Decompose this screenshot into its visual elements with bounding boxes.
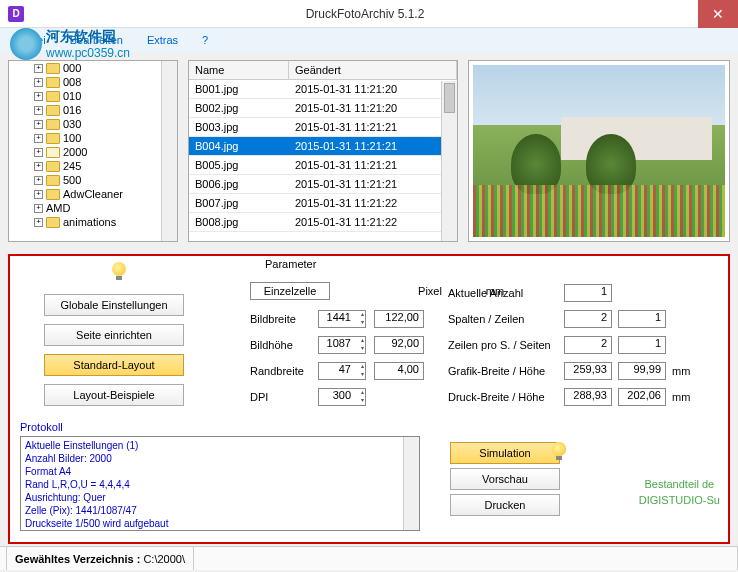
expand-icon[interactable]: + [34, 64, 43, 73]
bulb-icon [550, 442, 568, 464]
menu-extras[interactable]: Extras [135, 30, 190, 50]
tree-item[interactable]: +016 [9, 103, 177, 117]
table-row[interactable]: B006.jpg2015-01-31 11:21:21 [189, 175, 457, 194]
parameter-frame: Parameter Globale Einstellungen Seite ei… [8, 254, 730, 544]
tree-label: 030 [63, 118, 81, 130]
protokoll-line: Rand L,R,O,U = 4,4,4,4 [25, 478, 415, 491]
tree-label: AdwCleaner [63, 188, 123, 200]
menu-bearbeiten[interactable]: Bearbeiten [58, 30, 135, 50]
label-zeilen-pro-s: Zeilen pro S. / Seiten [448, 339, 558, 351]
folder-icon [46, 189, 60, 200]
seiten-field[interactable]: 1 [618, 336, 666, 354]
expand-icon[interactable]: + [34, 78, 43, 87]
drucken-button[interactable]: Drucken [450, 494, 560, 516]
bildhoehe-px-spinner[interactable]: 1087 [318, 336, 366, 354]
tree-scrollbar[interactable] [161, 61, 177, 241]
zeilen-s-field[interactable]: 2 [564, 336, 612, 354]
close-button[interactable]: ✕ [698, 0, 738, 28]
tree-item[interactable]: +animations [9, 215, 177, 229]
druck-h-field[interactable]: 202,06 [618, 388, 666, 406]
tree-item[interactable]: +AMD [9, 201, 177, 215]
table-row[interactable]: B002.jpg2015-01-31 11:21:20 [189, 99, 457, 118]
vorschau-button[interactable]: Vorschau [450, 468, 560, 490]
protokoll-box[interactable]: Aktuelle Einstellungen (1)Anzahl Bilder:… [20, 436, 420, 531]
tree-item[interactable]: +010 [9, 89, 177, 103]
table-scrollbar[interactable] [441, 81, 457, 241]
tree-item[interactable]: +2000 [9, 145, 177, 159]
cell-name: B005.jpg [189, 156, 289, 174]
folder-icon [46, 119, 60, 130]
folder-icon [46, 77, 60, 88]
expand-icon[interactable]: + [34, 218, 43, 227]
tree-item[interactable]: +245 [9, 159, 177, 173]
layout-beispiele-button[interactable]: Layout-Beispiele [44, 384, 184, 406]
tree-label: animations [63, 216, 116, 228]
cell-name: B001.jpg [189, 80, 289, 98]
table-row[interactable]: B004.jpg2015-01-31 11:21:21 [189, 137, 457, 156]
bildbreite-mm-field[interactable]: 122,00 [374, 310, 424, 328]
tree-item[interactable]: +000 [9, 61, 177, 75]
randbreite-px-spinner[interactable]: 47 [318, 362, 366, 380]
einzelzelle-button[interactable]: Einzelzelle [250, 282, 330, 300]
table-row[interactable]: B003.jpg2015-01-31 11:21:21 [189, 118, 457, 137]
protokoll-line: Aktuelle Einstellungen (1) [25, 439, 415, 452]
tree-label: 500 [63, 174, 81, 186]
menu-help[interactable]: ? [190, 30, 220, 50]
folder-tree[interactable]: +000+008+010+016+030+100+2000+245+500+Ad… [8, 60, 178, 242]
expand-icon[interactable]: + [34, 120, 43, 129]
brand-text: Bestandteil deDIGISTUDIO-Su [639, 476, 720, 508]
tree-item[interactable]: +008 [9, 75, 177, 89]
expand-icon[interactable]: + [34, 106, 43, 115]
tree-item[interactable]: +500 [9, 173, 177, 187]
table-row[interactable]: B008.jpg2015-01-31 11:21:22 [189, 213, 457, 232]
grafik-h-field[interactable]: 99,99 [618, 362, 666, 380]
label-randbreite: Randbreite [250, 365, 310, 377]
expand-icon[interactable]: + [34, 148, 43, 157]
bildbreite-px-spinner[interactable]: 1441 [318, 310, 366, 328]
cell-name: B002.jpg [189, 99, 289, 117]
tree-label: 008 [63, 76, 81, 88]
folder-icon [46, 133, 60, 144]
cell-name: B003.jpg [189, 118, 289, 136]
expand-icon[interactable]: + [34, 190, 43, 199]
druck-b-field[interactable]: 288,93 [564, 388, 612, 406]
expand-icon[interactable]: + [34, 92, 43, 101]
th-date[interactable]: Geändert [289, 61, 457, 79]
folder-icon [46, 161, 60, 172]
zeilen-field[interactable]: 1 [618, 310, 666, 328]
label-dpi: DPI [250, 391, 310, 403]
seite-einrichten-button[interactable]: Seite einrichten [44, 324, 184, 346]
standard-layout-button[interactable]: Standard-Layout [44, 354, 184, 376]
protokoll-title: Protokoll [20, 421, 63, 433]
label-bildbreite: Bildbreite [250, 313, 310, 325]
tree-item[interactable]: +100 [9, 131, 177, 145]
tree-label: 000 [63, 62, 81, 74]
randbreite-mm-field[interactable]: 4,00 [374, 362, 424, 380]
folder-icon [46, 217, 60, 228]
expand-icon[interactable]: + [34, 204, 43, 213]
tree-item[interactable]: +AdwCleaner [9, 187, 177, 201]
th-name[interactable]: Name [189, 61, 289, 79]
expand-icon[interactable]: + [34, 134, 43, 143]
folder-icon [46, 63, 60, 74]
dpi-spinner[interactable]: 300 [318, 388, 366, 406]
bildhoehe-mm-field[interactable]: 92,00 [374, 336, 424, 354]
table-row[interactable]: B001.jpg2015-01-31 11:21:20 [189, 80, 457, 99]
unit-mm: mm [672, 391, 692, 403]
table-row[interactable]: B005.jpg2015-01-31 11:21:21 [189, 156, 457, 175]
status-label: Gewähltes Verzeichnis : [15, 553, 140, 565]
simulation-button[interactable]: Simulation [450, 442, 560, 464]
image-preview [468, 60, 730, 242]
scroll-thumb[interactable] [444, 83, 455, 113]
anzahl-field[interactable]: 1 [564, 284, 612, 302]
grafik-b-field[interactable]: 259,93 [564, 362, 612, 380]
spalten-field[interactable]: 2 [564, 310, 612, 328]
menu-datei[interactable]: Datei [8, 30, 58, 50]
tree-item[interactable]: +030 [9, 117, 177, 131]
expand-icon[interactable]: + [34, 176, 43, 185]
protokoll-line: Anzahl Bilder: 2000 [25, 452, 415, 465]
table-row[interactable]: B007.jpg2015-01-31 11:21:22 [189, 194, 457, 213]
protokoll-scrollbar[interactable] [403, 437, 419, 530]
globale-einstellungen-button[interactable]: Globale Einstellungen [44, 294, 184, 316]
expand-icon[interactable]: + [34, 162, 43, 171]
